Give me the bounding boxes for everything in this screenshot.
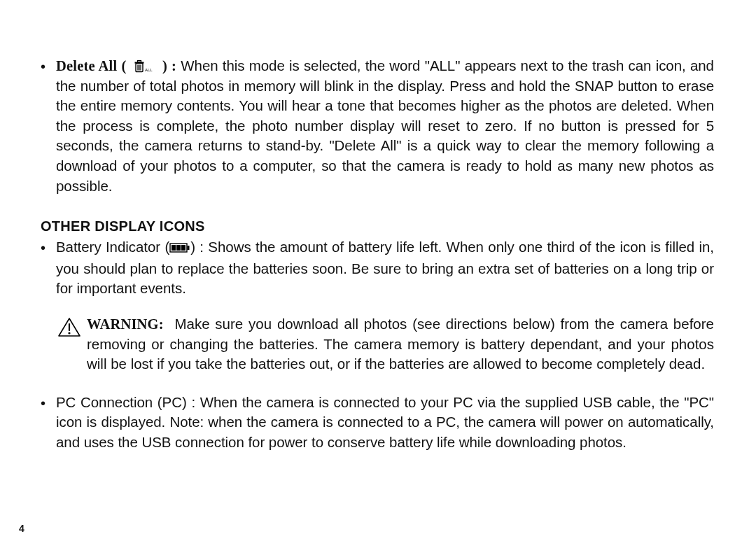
delete-all-text: When this mode is selected, the word "AL… [56, 57, 714, 194]
battery-icon [169, 239, 190, 259]
svg-rect-8 [188, 246, 190, 250]
svg-point-13 [68, 332, 70, 334]
svg-rect-11 [181, 245, 186, 251]
section-heading-other-icons: OTHER DISPLAY ICONS [41, 218, 714, 234]
bullet-body: Battery Indicator ( ) : Shows the amount… [56, 237, 714, 299]
warning-text: Make sure you download all photos (see d… [87, 316, 714, 372]
trash-all-icon: ALL [134, 60, 154, 73]
battery-prefix: Battery Indicator ( [56, 239, 169, 255]
pc-text: PC Connection (PC) : When the camera is … [56, 393, 714, 453]
warning-icon [57, 314, 87, 341]
bullet-pc: • PC Connection (PC) : When the camera i… [41, 393, 714, 453]
bullet-marker: • [41, 237, 56, 299]
svg-rect-9 [172, 245, 176, 251]
bullet-marker: • [41, 56, 56, 196]
bullet-battery: • Battery Indicator ( ) : Shows the amou… [41, 237, 714, 299]
bullet-body: Delete All ( ALL ) : When this mode is s… [56, 56, 714, 196]
bullet-marker: • [41, 393, 56, 453]
warning-label: WARNING: [87, 316, 164, 332]
svg-rect-10 [176, 245, 181, 251]
svg-rect-5 [138, 61, 141, 62]
manual-page: • Delete All ( ALL ) : When this mode is… [0, 0, 756, 548]
delete-all-label: Delete All [56, 58, 117, 73]
warning-body: WARNING: Make sure you download all phot… [87, 314, 714, 374]
page-number: 4 [19, 523, 24, 534]
bullet-delete-all: • Delete All ( ALL ) : When this mode is… [41, 56, 714, 196]
warning-block: WARNING: Make sure you download all phot… [57, 314, 714, 374]
svg-text:ALL: ALL [145, 68, 153, 72]
